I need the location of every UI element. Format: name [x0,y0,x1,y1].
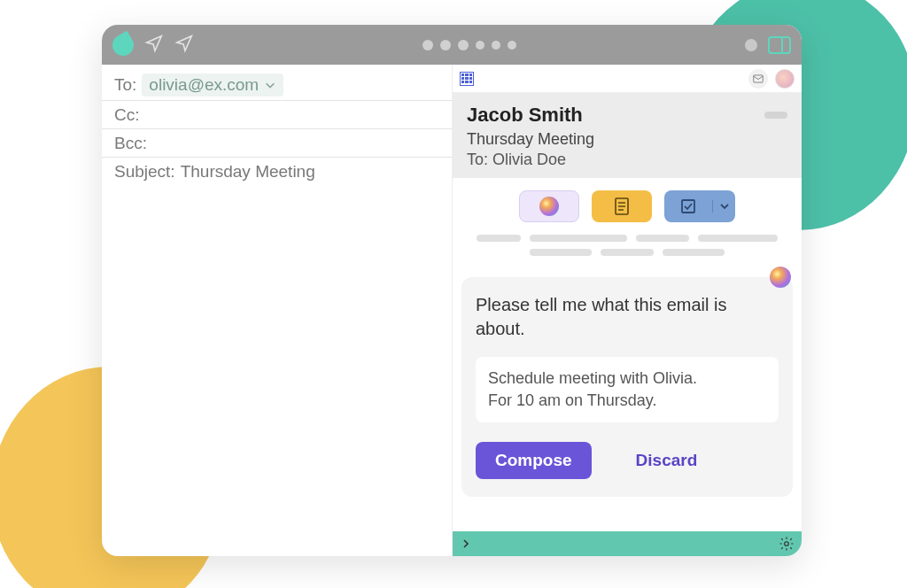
ai-prompt-card: Please tell me what this email is about.… [461,277,793,497]
tasks-dropdown-icon[interactable] [712,200,735,213]
prompt-text: Please tell me what this email is about. [476,293,779,341]
subject-value: Thursday Meeting [181,162,315,182]
tasks-button[interactable] [664,190,735,222]
chevron-right-icon[interactable] [460,538,472,550]
to-label: To: [114,75,136,95]
ai-orb-icon [539,197,559,216]
ai-assist-button[interactable] [519,190,579,222]
app-window: To: olivia@ex.com Cc: Bcc: Subject: Thur… [102,25,802,556]
bcc-label: Bcc: [114,134,147,153]
ai-orb-icon [770,267,791,288]
titlebar-dots [201,40,738,50]
compose-button[interactable]: Compose [476,442,592,479]
side-panel-toolbar [453,65,802,93]
bcc-row[interactable]: Bcc: [102,129,452,158]
ai-input[interactable]: Schedule meeting with Olivia. For 10 am … [476,357,779,422]
titlebar [102,25,802,65]
skeleton-preview [453,228,802,277]
message-header: Jacob Smith Thursday Meeting To: Olivia … [453,93,802,178]
svg-rect-2 [754,74,764,81]
ai-input-line: For 10 am on Thursday. [488,390,766,412]
toggle-panel-icon[interactable] [768,36,791,54]
ai-input-line: Schedule meeting with Olivia. [488,368,766,390]
svg-rect-0 [769,37,790,53]
apps-grid-icon[interactable] [460,72,474,86]
send-icon[interactable] [144,34,164,57]
recipient-email: olivia@ex.com [149,75,259,95]
app-logo-icon [109,30,138,59]
compose-pane: To: olivia@ex.com Cc: Bcc: Subject: Thur… [102,65,452,556]
subject-label: Subject: [114,162,175,182]
discard-button[interactable]: Discard [616,442,717,479]
cc-row[interactable]: Cc: [102,101,452,129]
svg-rect-7 [682,200,694,213]
avatar[interactable] [775,69,795,89]
message-to: To: Olivia Doe [467,151,787,169]
drag-handle-icon[interactable] [764,112,787,119]
message-subject: Thursday Meeting [467,130,787,149]
send-later-icon[interactable] [174,34,194,57]
cc-label: Cc: [114,105,140,125]
notes-button[interactable] [592,190,652,222]
to-row[interactable]: To: olivia@ex.com [102,70,452,101]
subject-row[interactable]: Subject: Thursday Meeting [102,158,452,186]
chevron-down-icon [264,79,276,91]
gear-icon[interactable] [779,536,795,552]
side-panel: Jacob Smith Thursday Meeting To: Olivia … [452,65,802,556]
mail-icon[interactable] [748,69,768,89]
window-control-icon[interactable] [745,39,757,51]
sender-name: Jacob Smith [467,104,787,127]
action-pills [453,178,802,228]
side-panel-footer [453,531,802,556]
svg-point-8 [785,542,789,546]
recipient-chip[interactable]: olivia@ex.com [142,74,283,97]
